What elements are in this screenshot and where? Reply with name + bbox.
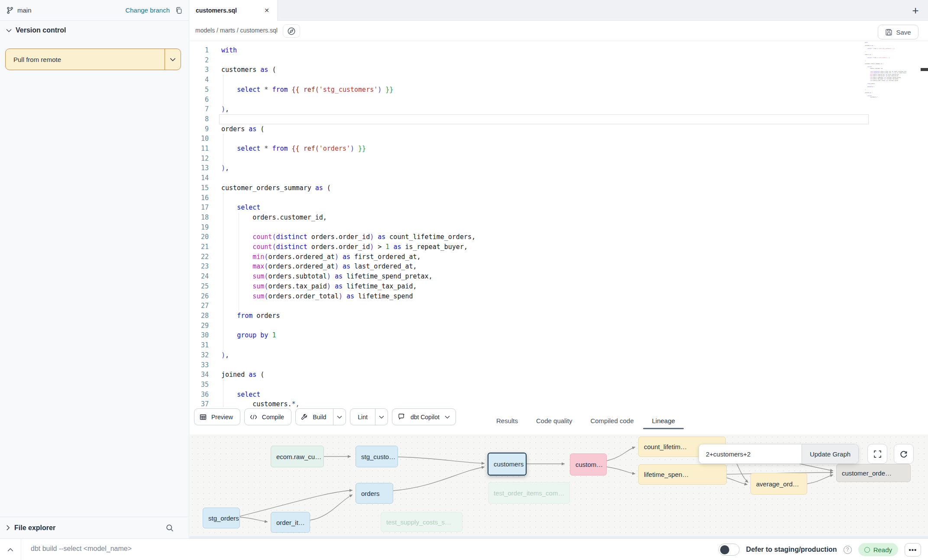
code-line[interactable]: ), [221,104,475,114]
code-line[interactable] [221,193,475,203]
code-line[interactable]: with [221,45,475,55]
code-line[interactable]: from orders [221,311,475,321]
collapse-command-bar-button[interactable] [0,539,21,560]
refresh-button[interactable] [894,444,914,464]
line-number: 13 [190,163,209,173]
code-line[interactable] [221,223,475,233]
refresh-icon [899,450,908,458]
code-line[interactable] [221,75,475,85]
code-line[interactable]: orders as ( [221,124,475,134]
git-branch-icon [6,6,14,14]
command-input[interactable]: dbt build --select <model_name> [31,545,132,553]
update-graph-button[interactable]: Update Graph [802,444,858,463]
code-line[interactable]: group by 1 [221,330,475,340]
lineage-node-test_order_items_com[interactable]: test_order_items_com… [488,482,570,504]
search-icon[interactable] [165,524,174,532]
copy-icon[interactable] [175,6,183,14]
version-control-header[interactable]: Version control [0,21,189,40]
lineage-node-stg_custo[interactable]: stg_custo… [356,446,398,467]
panel-tab-code-quality[interactable]: Code quality [535,407,573,434]
panel-tab-results[interactable]: Results [495,407,519,434]
more-options-button[interactable]: ••• [905,543,921,557]
pull-options-dropdown[interactable] [165,49,181,70]
file-explorer-label: File explorer [14,524,55,532]
help-icon[interactable]: ? [844,546,852,554]
line-number: 25 [190,282,209,291]
code-line[interactable] [221,380,475,390]
code-line[interactable]: customers as ( [221,65,475,75]
code-line[interactable] [221,301,475,311]
chevron-down-icon [6,29,12,32]
lint-button[interactable]: Lint [350,409,375,425]
code-line[interactable] [221,114,475,124]
lineage-node-orders[interactable]: orders [356,483,393,504]
fullscreen-button[interactable] [867,444,887,464]
code-content[interactable]: with customers as ( select * from {{ ref… [221,45,475,407]
code-line[interactable] [221,95,475,105]
code-line[interactable]: count(distinct orders.order_id) as count… [221,232,475,242]
build-button[interactable]: Build [296,409,333,425]
code-line[interactable]: ), [221,350,475,360]
code-line[interactable]: ), [221,163,475,173]
build-label: Build [311,414,328,421]
compass-icon[interactable] [283,24,300,38]
dbt-copilot-button[interactable]: dbt Copilot [392,408,456,425]
code-line[interactable] [221,55,475,65]
code-line[interactable]: count(distinct orders.order_id) > 1 as i… [221,242,475,252]
code-line[interactable]: joined as ( [221,370,475,380]
line-number: 1 [190,45,209,55]
code-line[interactable]: sum(orders.order_total) as lifetime_spen… [221,291,475,301]
new-tab-button[interactable]: + [907,2,924,19]
code-line[interactable] [221,154,475,164]
preview-button[interactable]: Preview [194,408,240,425]
save-label: Save [896,29,911,36]
status-badge[interactable]: Ready [858,543,898,556]
pull-from-remote-button[interactable]: Pull from remote [5,49,181,70]
code-line[interactable]: sum(orders.tax_paid) as lifetime_tax_pai… [221,282,475,291]
line-number: 16 [190,193,209,203]
file-explorer-header[interactable]: File explorer [0,517,189,538]
code-line[interactable] [221,173,475,183]
change-branch-link[interactable]: Change branch [125,6,170,14]
lineage-node-ecomraw_cu[interactable]: ecom.raw_cu… [271,446,324,467]
lineage-node-order_it[interactable]: order_it… [271,512,310,533]
lineage-node-customers[interactable]: customers [488,453,527,476]
lint-options-dropdown[interactable] [375,409,388,425]
lineage-node-stg_orders[interactable]: stg_orders [203,508,240,528]
code-line[interactable]: select [221,203,475,213]
close-icon[interactable]: ✕ [262,6,271,15]
editor-scrollbar[interactable] [921,41,928,407]
line-number: 17 [190,203,209,213]
code-editor[interactable]: 1234567891011121314151617181920212223242… [190,41,928,407]
code-line[interactable]: max(orders.ordered_at) as last_ordered_a… [221,262,475,272]
lineage-node-average_ord[interactable]: average_ord… [750,473,807,495]
code-line[interactable]: customers.*, [221,399,475,407]
lineage-node-test_supply_costs_s[interactable]: test_supply_costs_s… [381,512,462,532]
code-line[interactable] [221,321,475,331]
code-line[interactable]: customer_orders_summary as ( [221,183,475,193]
minimap[interactable]: with customers as ( select * from {{ ref… [865,42,906,98]
code-line[interactable]: sum(orders.subtotal) as lifetime_spend_p… [221,272,475,282]
lineage-node-lifetime_spen[interactable]: lifetime_spen… [638,464,727,485]
defer-toggle[interactable] [718,544,740,556]
compile-label: Compile [260,414,286,421]
code-line[interactable] [221,340,475,350]
code-line[interactable] [221,360,475,370]
lineage-search-input[interactable] [699,444,802,463]
compile-button[interactable]: Compile [244,408,291,425]
panel-tab-compiled-code[interactable]: Compiled code [589,407,634,434]
tab-customers-sql[interactable]: customers.sql ✕ [190,0,278,21]
code-line[interactable]: select * from {{ ref('stg_customers') }} [221,85,475,95]
panel-tab-lineage[interactable]: Lineage [651,407,676,434]
code-line[interactable] [221,134,475,144]
code-line[interactable]: select * from {{ ref('orders') }} [221,144,475,154]
code-line[interactable]: orders.customer_id, [221,213,475,223]
lineage-node-customer_orde[interactable]: customer_orde… [836,464,911,482]
lineage-graph[interactable]: ecom.raw_cu…stg_custo…ordersstg_ordersor… [190,434,928,538]
lineage-node-custom[interactable]: custom… [570,453,607,476]
code-line[interactable]: select [221,390,475,400]
build-options-dropdown[interactable] [333,409,346,425]
save-button[interactable]: Save [878,25,918,39]
code-line[interactable]: min(orders.ordered_at) as first_ordered_… [221,252,475,262]
panel-resize-handle[interactable] [190,536,928,538]
